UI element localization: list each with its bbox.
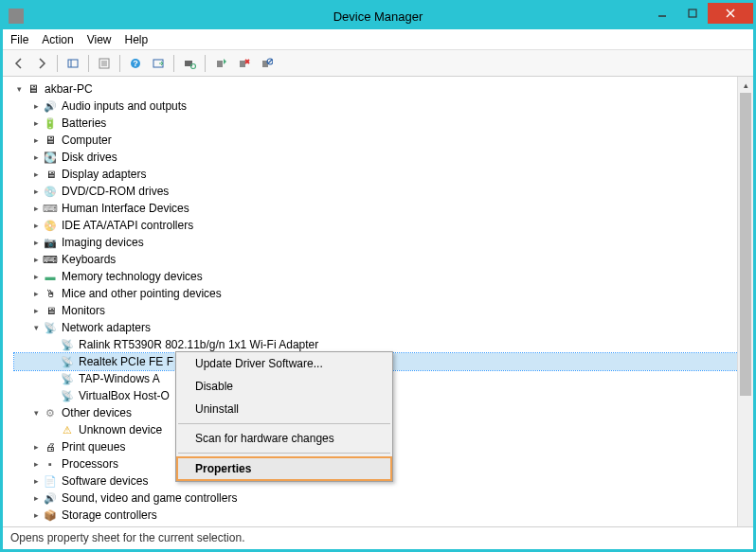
toolbar-separator bbox=[205, 55, 206, 72]
tree-category[interactable]: ▸Monitors bbox=[14, 302, 753, 319]
expand-icon[interactable]: ▸ bbox=[31, 493, 41, 503]
tree-category[interactable]: ▸Sound, video and game controllers bbox=[14, 490, 753, 507]
tree-category[interactable]: ▸Batteries bbox=[14, 115, 753, 132]
unknown-icon bbox=[60, 422, 75, 437]
tree-item-label: VirtualBox Host-O bbox=[79, 387, 170, 404]
tree-category[interactable]: ▸Memory technology devices bbox=[14, 268, 753, 285]
hid-icon bbox=[43, 201, 58, 216]
tree-item-label: Display adapters bbox=[62, 166, 146, 183]
context-menu-item[interactable]: Scan for hardware changes bbox=[176, 427, 392, 450]
expand-icon[interactable]: ▸ bbox=[31, 221, 41, 230]
svg-text:?: ? bbox=[133, 59, 138, 68]
memory-icon bbox=[43, 269, 58, 284]
expand-icon[interactable]: ▸ bbox=[31, 459, 41, 469]
expand-icon[interactable]: ▸ bbox=[31, 187, 41, 196]
context-menu-item[interactable]: Uninstall bbox=[176, 398, 392, 420]
expand-icon[interactable]: ▸ bbox=[31, 152, 41, 162]
uninstall-button[interactable] bbox=[233, 53, 254, 74]
expand-icon[interactable]: ▸ bbox=[31, 238, 41, 247]
tree-category[interactable]: ▸Imaging devices bbox=[14, 234, 753, 251]
expand-icon[interactable]: ▸ bbox=[31, 135, 41, 145]
scroll-thumb[interactable] bbox=[740, 93, 751, 396]
close-button[interactable] bbox=[708, 3, 753, 24]
tree-category[interactable]: ▸Computer bbox=[14, 132, 753, 149]
scroll-up-arrow[interactable]: ▴ bbox=[738, 77, 753, 93]
context-menu-item[interactable]: Properties bbox=[176, 456, 392, 481]
tree-category[interactable]: ▸Human Interface Devices bbox=[14, 200, 753, 217]
tree-item-label: Realtek PCIe FE F bbox=[79, 353, 173, 370]
expand-icon[interactable]: ▸ bbox=[31, 255, 41, 264]
tree-item-label: Mice and other pointing devices bbox=[62, 285, 222, 302]
tree-item-label: Memory technology devices bbox=[62, 268, 203, 285]
menu-file[interactable]: File bbox=[10, 33, 28, 46]
tree-category[interactable]: ▸Keyboards bbox=[14, 251, 753, 268]
tree-item-label: Unknown device bbox=[79, 421, 162, 438]
mouse-icon bbox=[43, 286, 58, 301]
minimize-button[interactable] bbox=[647, 3, 677, 24]
disable-button[interactable] bbox=[256, 53, 277, 74]
tree-item-label: Monitors bbox=[62, 302, 105, 319]
expand-icon[interactable]: ▸ bbox=[31, 204, 41, 213]
context-menu-item[interactable]: Disable bbox=[176, 375, 392, 398]
expand-icon[interactable]: ▸ bbox=[31, 476, 41, 486]
expand-icon[interactable]: ▸ bbox=[31, 101, 41, 111]
update-driver-button[interactable] bbox=[210, 53, 231, 74]
tree-category[interactable]: ▸Mice and other pointing devices bbox=[14, 285, 753, 302]
help-button[interactable]: ? bbox=[125, 53, 146, 74]
device-manager-window: Device Manager File Action View Help ? ▾… bbox=[0, 0, 756, 552]
action-button[interactable] bbox=[148, 53, 169, 74]
context-menu-item[interactable]: Update Driver Software... bbox=[176, 352, 392, 375]
maximize-button[interactable] bbox=[677, 3, 708, 24]
tree-category[interactable]: ▸DVD/CD-ROM drives bbox=[14, 183, 753, 200]
tree-category[interactable]: ▸Audio inputs and outputs bbox=[14, 98, 753, 115]
tree-category[interactable]: ▸Display adapters bbox=[14, 166, 753, 183]
tree-category[interactable]: ▸Disk drives bbox=[14, 149, 753, 166]
menu-view[interactable]: View bbox=[87, 33, 112, 46]
menu-action[interactable]: Action bbox=[42, 33, 73, 46]
svg-rect-15 bbox=[217, 61, 223, 67]
expand-icon[interactable]: ▸ bbox=[31, 169, 41, 179]
context-menu-separator bbox=[178, 453, 390, 454]
show-hide-button[interactable] bbox=[63, 53, 83, 74]
expand-icon[interactable]: ▸ bbox=[31, 442, 41, 452]
tree-root[interactable]: ▾akbar-PC bbox=[14, 80, 753, 98]
tree-category[interactable]: ▸Storage controllers bbox=[14, 507, 753, 524]
properties-button[interactable] bbox=[94, 53, 115, 74]
tree-category[interactable]: ▸IDE ATA/ATAPI controllers bbox=[14, 217, 753, 234]
expand-icon[interactable]: ▸ bbox=[31, 306, 41, 315]
tree-item-label: Disk drives bbox=[62, 149, 117, 166]
network-icon bbox=[43, 320, 58, 335]
toolbar-separator bbox=[57, 55, 58, 72]
tree-item-label: akbar-PC bbox=[45, 80, 93, 98]
expand-icon[interactable]: ▸ bbox=[31, 510, 41, 520]
tree-item-label: Network adapters bbox=[62, 319, 151, 336]
back-button[interactable] bbox=[9, 53, 29, 74]
svg-line-21 bbox=[268, 60, 272, 63]
context-menu-separator bbox=[178, 423, 390, 424]
window-title: Device Manager bbox=[333, 9, 423, 24]
toolbar-separator bbox=[88, 55, 89, 72]
audio-icon bbox=[43, 98, 58, 114]
titlebar[interactable]: Device Manager bbox=[3, 3, 753, 29]
tree-item-label: Storage controllers bbox=[62, 507, 157, 524]
tree-category[interactable]: ▾Network adapters bbox=[14, 319, 753, 336]
expand-icon[interactable]: ▸ bbox=[31, 272, 41, 281]
collapse-icon[interactable]: ▾ bbox=[14, 84, 24, 94]
tree-item-label: Human Interface Devices bbox=[62, 200, 189, 217]
expand-icon[interactable]: ▸ bbox=[31, 289, 41, 298]
expand-icon[interactable]: ▸ bbox=[31, 118, 41, 128]
collapse-icon[interactable]: ▾ bbox=[31, 323, 41, 332]
dvd-icon bbox=[43, 184, 58, 199]
context-menu[interactable]: Update Driver Software...DisableUninstal… bbox=[175, 351, 393, 482]
tree-item-label: Software devices bbox=[62, 472, 148, 490]
forward-button[interactable] bbox=[31, 53, 52, 74]
tree-item-label: Other devices bbox=[62, 404, 132, 421]
disk-icon bbox=[43, 150, 58, 165]
collapse-icon[interactable]: ▾ bbox=[31, 408, 41, 418]
tree-item-label: Keyboards bbox=[62, 251, 116, 268]
menu-help[interactable]: Help bbox=[125, 33, 149, 46]
scan-hardware-button[interactable] bbox=[179, 53, 200, 74]
vertical-scrollbar[interactable]: ▴ bbox=[737, 77, 753, 526]
status-text: Opens property sheet for the current sel… bbox=[10, 531, 244, 544]
tree-item-label: DVD/CD-ROM drives bbox=[62, 183, 169, 200]
